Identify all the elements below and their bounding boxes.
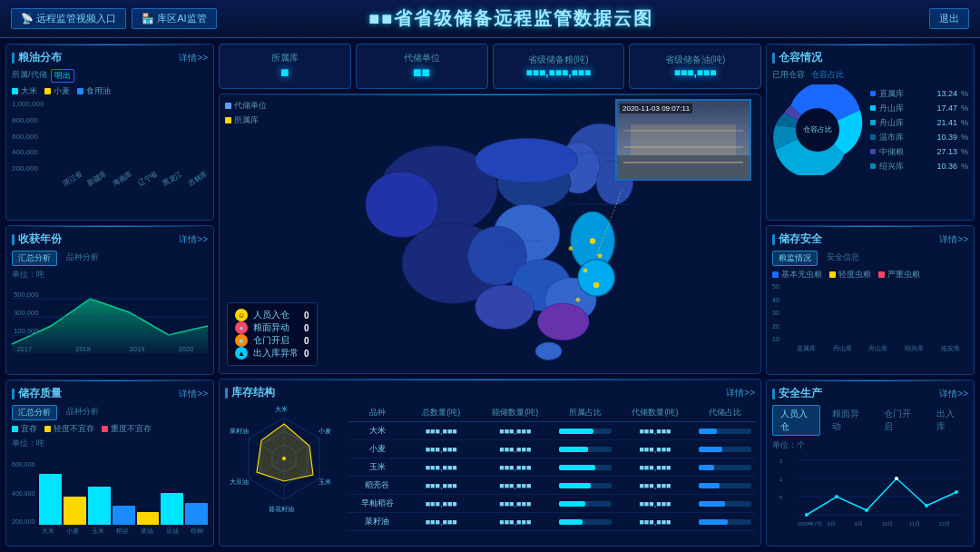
alert-door: ■ 仓门开启 0 [235,334,309,347]
safety-tab-info[interactable]: 安全信息 [821,251,865,266]
svg-text:12月: 12月 [939,521,950,527]
alert-door-icon: ■ [235,334,248,347]
stat-grain-value: ■■■,■■■,■■■ [501,66,617,79]
monitor-icon: 📡 [21,13,34,24]
storage-quality-panel: 储存质量 详情>> 汇总分析 品种分析 宜存 轻度不宜存 重度不宜存 [5,380,214,547]
stat-grain-reserve: 省级储备粮(吨) ■■■,■■■,■■■ [493,44,625,89]
row-total-5: ■■■,■■■ [407,513,475,531]
col-agent-pct: 代储占比 [695,404,755,422]
y-label-4: 400,000 [12,148,44,156]
qy-600k: 600,000 [12,461,34,468]
legend-zhoushan-color [870,120,876,125]
svg-point-34 [593,282,599,288]
prod-tab-3[interactable]: 出入库 [928,405,968,436]
row-name-3: 稻壳谷 [348,477,407,495]
row-name-0: 大米 [348,422,407,440]
svg-point-23 [578,260,614,296]
svg-point-32 [598,253,603,258]
prod-tab-1[interactable]: 粮面异动 [824,405,872,436]
row-name-2: 玉米 [348,458,407,477]
svg-text:100,000: 100,000 [14,327,38,335]
monitor-entry-button[interactable]: 📡 远程监管视频入口 [11,8,126,29]
row-total-0: ■■■,■■■ [407,422,475,440]
safety-tab-monitor[interactable]: 粮监情况 [772,251,818,266]
prod-tab-2[interactable]: 仓门开启 [876,405,924,436]
ql-grain: 稻谷 [112,527,132,536]
grain-dist-legend: 大米 小麦 食用油 [12,85,208,97]
svg-point-15 [366,172,439,238]
quality-tab-variety[interactable]: 品种分析 [61,405,104,420]
production-title: 安全生产 [772,386,822,401]
harvest-tab-summary[interactable]: 汇总分析 [12,251,57,266]
qy-200k: 200,000 [12,518,34,525]
row-capable-0: ■■■,■■■ [475,422,555,440]
harvest-year-panel: 收获年份 详情>> 汇总分析 品种分析 单位：吨 [5,225,214,375]
sy-10: 10 [772,336,779,342]
row-name-1: 小麦 [348,440,407,458]
radar-chart: 大米 小麦 玉米 葵花籽油 大豆油 菜籽油 [225,404,343,513]
table-row: 早籼稻谷 ■■■,■■■ ■■■,■■■ ■■■,■■■ [348,495,755,513]
radar-label-soy: 大豆油 [230,478,249,485]
qbar-rapeseed [137,512,160,525]
y-label-2: 800,000 [12,116,44,124]
row-capable-4: ■■■,■■■ [475,495,555,513]
svg-point-59 [835,495,838,498]
stat-oil-label: 省级储备油(吨) [637,54,753,66]
surveillance-video: 2020-11-03 09:07:11 [615,99,751,181]
production-detail[interactable]: 详情>> [939,388,968,400]
storage-quality-detail[interactable]: 详情>> [179,388,208,400]
harvest-chart: 500,000 300,000 100,000 2017 2018 2019 2… [12,281,208,353]
stat-agent: 代储单位 ■■ [356,44,488,89]
svg-point-35 [568,246,573,251]
svg-text:11月: 11月 [909,521,920,527]
grain-distribution-panel: 粮油分布 详情>> 所属/代储 明出 大米 小麦 食用油 [5,44,214,221]
ql-soy: 豆油 [162,527,182,536]
storage-quality-title: 储存质量 [12,386,62,401]
row-agent-2: ■■■,■■■ [615,458,695,477]
oil-color [77,88,83,94]
alert-personnel: ☺ 人员入仓 0 [235,309,309,321]
ql-wheat: 小麦 [62,527,83,536]
svg-text:9月: 9月 [855,521,863,527]
harvest-year-detail[interactable]: 详情>> [179,233,208,246]
svg-point-24 [538,303,590,340]
svg-text:300,000: 300,000 [14,309,38,317]
radar-label-rice: 大米 [275,406,288,412]
map-agent-color [225,103,231,109]
table-row: 大米 ■■■,■■■ ■■■,■■■ ■■■,■■■ [348,422,755,440]
table-row: 稻壳谷 ■■■,■■■ ■■■,■■■ ■■■,■■■ [348,477,755,495]
quality-tab-summary[interactable]: 汇总分析 [12,405,57,420]
center-column: 所属库 ■ 代储单位 ■■ 省级储备粮(吨) ■■■,■■■,■■■ 省级储备油… [219,44,761,547]
stat-agent-value: ■■ [364,64,480,81]
qbar-other2 [185,503,208,526]
harvest-tab-variety[interactable]: 品种分析 [61,251,104,266]
alert-grain: ● 粮面异动 0 [235,321,309,334]
quality-mild-color [44,426,51,432]
grain-distribution-detail[interactable]: 详情>> [179,52,208,64]
col-capable: 能储数量(吨) [475,404,555,422]
sx-label-1: 丹山库 [833,344,852,353]
inventory-table: 品种 总数量(吨) 能储数量(吨) 所属占比 代储数量(吨) 代储占比 大米 [348,404,755,531]
map-panel: 代储单位 所属库 [219,94,761,374]
map-legend-warehouse: 所属库 [225,114,267,126]
safety-detail[interactable]: 详情>> [939,233,968,246]
map-legend-agent: 代储单位 [225,100,267,112]
alert-inout: ▲ 出入库异常 0 [235,347,309,360]
grain-dist-xlabel: 所属/代储 [12,69,47,83]
stat-oil-value: ■■■,■■■ [637,66,753,79]
sx-label-3: 绍兴库 [905,344,924,353]
table-row: 小麦 ■■■,■■■ ■■■,■■■ ■■■,■■■ [348,440,755,458]
prod-tab-0[interactable]: 人员入仓 [772,405,820,436]
row-capable-3: ■■■,■■■ [475,477,555,495]
exit-button[interactable]: 退出 [929,8,969,29]
qbar-wheat [64,497,86,526]
svg-point-36 [576,298,581,302]
left-column: 粮油分布 详情>> 所属/代储 明出 大米 小麦 食用油 [5,44,214,547]
sx-label-0: 直属库 [797,344,816,353]
row-capable-5: ■■■,■■■ [475,513,555,531]
ql-rape: 菜油 [137,527,158,536]
ai-monitor-button[interactable]: 🏪 库区AI监管 [132,8,216,29]
map-warehouse-color [225,117,231,123]
svg-point-62 [925,504,928,508]
inventory-detail[interactable]: 详情>> [726,387,755,399]
